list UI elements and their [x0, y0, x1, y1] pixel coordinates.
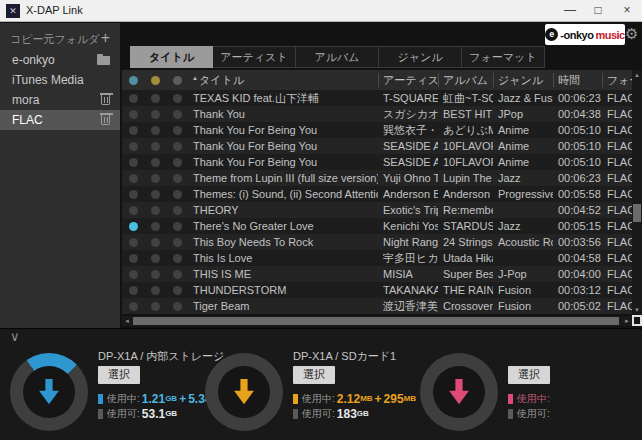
- cell-title: There's No Greater Love: [188, 218, 378, 234]
- tab[interactable]: フォーマット: [462, 46, 545, 68]
- cell-format: FLAC: [602, 90, 632, 106]
- cell-artist: SEASIDE ALL: [378, 138, 438, 154]
- device2-sync-dot: [151, 174, 160, 183]
- tab[interactable]: アーティスト: [213, 46, 296, 68]
- free-space-row: 使用可: 183 GB: [293, 406, 405, 421]
- cell-artist: Yuji Ohno Trio: [378, 170, 438, 186]
- table-row[interactable]: THEORY Exotic's Trippe Re:member 00:04:5…: [122, 202, 632, 218]
- table-row[interactable]: This Boy Needs To Rock Night Ranger 24 S…: [122, 234, 632, 250]
- column-header-artist[interactable]: アーティスト: [378, 73, 438, 87]
- table-row[interactable]: Theme from Lupin III (full size version)…: [122, 170, 632, 186]
- device2-sync-dot: [151, 206, 160, 215]
- cell-title: Thank You For Being You: [188, 154, 378, 170]
- tab-label: ジャンル: [397, 51, 442, 63]
- folder-icon[interactable]: [97, 56, 110, 65]
- table-row[interactable]: THUNDERSTORM TAKANAKA M THE RAINBO Fusio…: [122, 282, 632, 298]
- cell-format: FLAC: [602, 202, 632, 218]
- column-header-time[interactable]: 時間: [553, 73, 602, 87]
- cell-album: Lupin The Th: [438, 170, 493, 186]
- sidebar-item[interactable]: e-onkyo: [0, 50, 120, 70]
- horizontal-scroll-thumb[interactable]: [133, 317, 619, 325]
- tab[interactable]: ジャンル: [379, 46, 462, 68]
- e-onkyo-logo-icon: e: [545, 28, 558, 41]
- trash-icon[interactable]: [101, 115, 110, 125]
- table-row[interactable]: Thank You For Being You SEASIDE ALL 10FL…: [122, 154, 632, 170]
- vertical-scrollbar[interactable]: ▲ ▼: [632, 70, 642, 315]
- table-row[interactable]: This Is Love 宇多田ヒカル Utada Hikaru 00:04:5…: [122, 250, 632, 266]
- vertical-scroll-thumb[interactable]: [633, 204, 641, 222]
- column-header-title[interactable]: ▲タイトル: [188, 73, 378, 87]
- cell-album: BEST HIT!! S: [438, 106, 493, 122]
- free-space-row: 使用可: 53.1 GB: [98, 406, 210, 421]
- maximize-button[interactable]: □: [584, 0, 612, 22]
- table-row[interactable]: Thank You For Being You 巽悠衣子・大橋 あどりぶMUSI…: [122, 122, 632, 138]
- tab[interactable]: アルバム: [296, 46, 379, 68]
- download-arrow-icon[interactable]: [447, 379, 471, 406]
- cell-artist: T-SQUARE: [378, 90, 438, 106]
- minimize-button[interactable]: —: [556, 0, 584, 22]
- free-legend-icon: [508, 409, 513, 419]
- select-button[interactable]: 選択: [98, 366, 140, 384]
- sidebar-item[interactable]: FLAC: [0, 110, 120, 130]
- column-header-genre[interactable]: ジャンル: [493, 73, 553, 87]
- cell-time: 00:05:15: [553, 218, 602, 234]
- device2-sync-dot: [151, 158, 160, 167]
- cell-title: Thank You For Being You: [188, 138, 378, 154]
- cell-format: FLAC: [602, 234, 632, 250]
- horizontal-scrollbar[interactable]: ◄ ►: [122, 316, 632, 326]
- used-space-row: 使用中: 2.12 MB + 295 MB: [293, 391, 405, 406]
- close-button[interactable]: ×: [612, 0, 642, 22]
- table-row[interactable]: Thank You スガシカオ BEST HIT!! S JPop 00:04:…: [122, 106, 632, 122]
- cell-title: This Boy Needs To Rock: [188, 234, 378, 250]
- cell-genre: JPop: [493, 106, 553, 122]
- cell-time: 00:06:23: [553, 90, 602, 106]
- scroll-left-icon[interactable]: ◄: [122, 316, 132, 326]
- used-space-row: 使用中:: [508, 391, 620, 406]
- settings-gear-icon[interactable]: ⚙: [625, 25, 638, 43]
- column-header-format[interactable]: フォー: [602, 73, 632, 87]
- e-onkyo-music-button[interactable]: e -onkyo music: [545, 24, 625, 45]
- device3-sync-dot: [173, 302, 182, 311]
- sidebar-item[interactable]: iTunes Media: [0, 70, 120, 90]
- table-row[interactable]: Themes: (i) Sound, (ii) Second Attention…: [122, 186, 632, 202]
- scroll-right-icon[interactable]: ►: [622, 316, 632, 326]
- add-folder-button[interactable]: +: [101, 29, 110, 47]
- device-name: DP-X1A / 内部ストレージ: [98, 349, 210, 363]
- download-arrow-icon[interactable]: [37, 379, 61, 406]
- cell-format: FLAC: [602, 154, 632, 170]
- download-arrow-icon[interactable]: [232, 379, 256, 406]
- device2-sync-dot: [151, 254, 160, 263]
- table-row[interactable]: Tiger Beam 渡辺香津美 Crossover Ni Fusion 00:…: [122, 298, 632, 314]
- table-row[interactable]: Thank You For Being You SEASIDE ALL 10FL…: [122, 138, 632, 154]
- scroll-down-icon[interactable]: ▼: [632, 305, 642, 315]
- sidebar-item-label: FLAC: [12, 113, 43, 127]
- select-button[interactable]: 選択: [508, 366, 550, 384]
- sidebar-item[interactable]: mora: [0, 90, 120, 110]
- table-body: TEXAS KID feat.山下洋輔 T-SQUARE 虹曲~T-SQU Ja…: [122, 90, 632, 314]
- device3-sync-dot: [173, 94, 182, 103]
- table-row[interactable]: THIS IS ME MISIA Super Best R J-Pop 00:0…: [122, 266, 632, 282]
- select-button[interactable]: 選択: [293, 366, 335, 384]
- cell-title: Themes: (i) Sound, (ii) Second Attention…: [188, 186, 378, 202]
- scroll-up-icon[interactable]: ▲: [632, 70, 642, 80]
- used-space-row: 使用中: 1.21 GB + 5.34 GB: [98, 391, 210, 406]
- trash-icon[interactable]: [101, 95, 110, 105]
- cell-format: FLAC: [602, 298, 632, 314]
- tab[interactable]: タイトル: [130, 46, 213, 68]
- capacity-ring: [205, 353, 283, 431]
- device1-sync-dot: [129, 270, 138, 279]
- column-header-album[interactable]: アルバム: [438, 73, 493, 87]
- cell-genre: Fusion: [493, 282, 553, 298]
- cell-format: FLAC: [602, 282, 632, 298]
- collapse-panel-icon[interactable]: ∨: [10, 329, 20, 344]
- device3-sync-dot: [173, 270, 182, 279]
- device-name: [508, 349, 620, 363]
- table-row[interactable]: There's No Greater Love Kenichi Yoshid S…: [122, 218, 632, 234]
- cell-genre: Jazz: [493, 170, 553, 186]
- table-row[interactable]: TEXAS KID feat.山下洋輔 T-SQUARE 虹曲~T-SQU Ja…: [122, 90, 632, 106]
- cell-title: THEORY: [188, 202, 378, 218]
- device2-sync-dot: [151, 286, 160, 295]
- device1-sync-dot: [129, 126, 138, 135]
- cell-genre: Acoustic Rock: [493, 234, 553, 250]
- cell-time: 00:05:10: [553, 138, 602, 154]
